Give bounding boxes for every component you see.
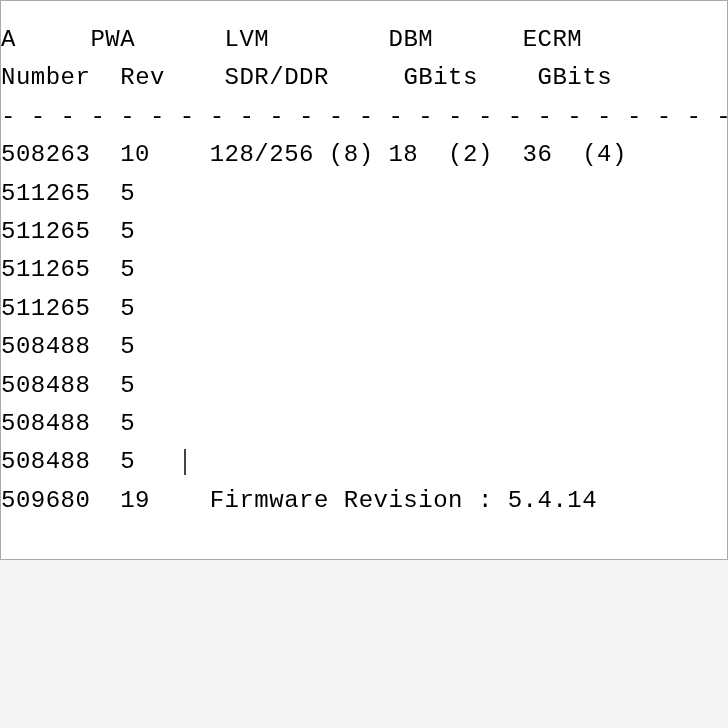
col-gbits1: GBits [403, 64, 478, 91]
table-row: 511265 5 [1, 251, 727, 289]
table-row: 508488 5 [1, 328, 727, 366]
header-row-1: A PWA LVM DBM ECRM [1, 21, 727, 59]
col-a: A [1, 26, 16, 53]
table-row: 508263 10 128/256 (8) 18 (2) 36 (4) [1, 136, 727, 174]
col-gbits2: GBits [538, 64, 613, 91]
col-ecrm: ECRM [523, 26, 583, 53]
col-lvm: LVM [225, 26, 270, 53]
table-row: 508488 5 [1, 367, 727, 405]
table-row: 511265 5 [1, 290, 727, 328]
separator-row: - - - - - - - - - - - - - - - - - - - - … [1, 98, 727, 136]
text-cursor [184, 449, 186, 475]
table-row: 511265 5 [1, 213, 727, 251]
table-row: 511265 5 [1, 175, 727, 213]
table-row: 508488 5 [1, 405, 727, 443]
terminal-output: A PWA LVM DBM ECRMNumber Rev SDR/DDR GBi… [0, 0, 728, 560]
header-row-2: Number Rev SDR/DDR GBits GBits [1, 59, 727, 97]
col-number: Number [1, 64, 90, 91]
col-pwa: PWA [90, 26, 135, 53]
col-dbm: DBM [389, 26, 434, 53]
col-rev: Rev [120, 64, 165, 91]
col-sdrddr: SDR/DDR [225, 64, 329, 91]
table-row: 508488 5 [1, 443, 727, 481]
table-row: 509680 19 Firmware Revision : 5.4.14 [1, 482, 727, 520]
